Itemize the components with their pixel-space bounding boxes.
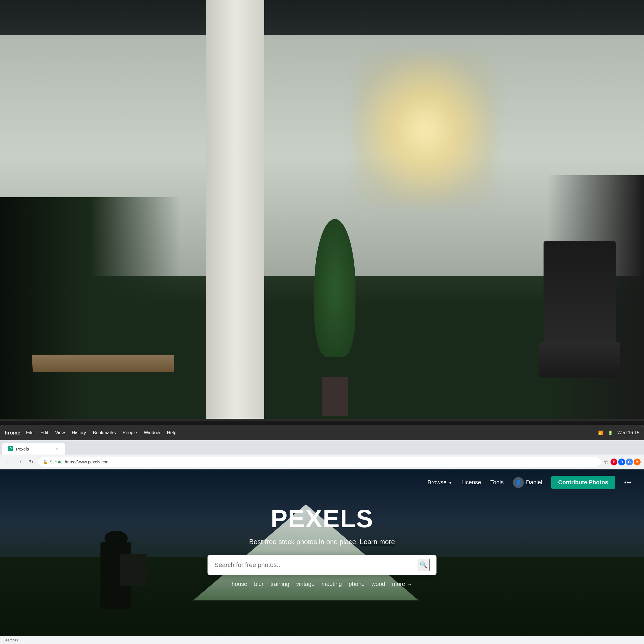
secure-label: Secure (50, 460, 62, 464)
status-bar: Searches (0, 636, 644, 644)
search-bar: 🔍 (208, 555, 436, 575)
tag-house[interactable]: house (232, 581, 247, 587)
forward-button[interactable]: → (15, 457, 24, 467)
menu-history[interactable]: History (72, 430, 86, 435)
menubar-right: 📶 🔋 Wed 16:15 (598, 430, 639, 436)
browse-chevron-icon: ▼ (448, 480, 452, 485)
tab-close-button[interactable]: × (54, 446, 60, 451)
ext-dropbox[interactable]: D (618, 459, 625, 465)
reload-button[interactable]: ↻ (26, 457, 35, 467)
ext-pinterest[interactable]: P (611, 459, 617, 465)
tab-label: Pexels (16, 447, 29, 451)
menubar-items: File Edit View History Bookmarks People … (26, 430, 176, 435)
tab-bar: P Pexels × (0, 440, 644, 455)
clock: Wed 16:15 (617, 430, 639, 435)
user-name[interactable]: Daniel (526, 479, 542, 486)
search-button[interactable]: 🔍 (417, 559, 430, 571)
bookmark-icon[interactable]: ☆ (604, 459, 609, 465)
browser-tab-pexels[interactable]: P Pexels × (2, 443, 65, 455)
url-bar[interactable]: 🔒 Secure https://www.pexels.com (38, 457, 601, 467)
license-label: License (461, 479, 481, 485)
pexels-nav: Browse ▼ License Tools 👤 Daniel (0, 469, 644, 495)
tab-favicon: P (8, 446, 13, 451)
status-text: Searches (3, 638, 18, 642)
subtitle-text: Best free stock photos in one place. (249, 538, 358, 546)
tag-phone[interactable]: phone (349, 581, 365, 587)
tag-training[interactable]: training (270, 581, 289, 587)
contribute-label: Contribute Photos (558, 479, 608, 485)
tag-blur[interactable]: blur (254, 581, 264, 587)
menu-window[interactable]: Window (144, 430, 160, 435)
browser-window: hrome File Edit View History Bookmarks P… (0, 425, 644, 644)
menu-file[interactable]: File (26, 430, 33, 435)
extension-icons: P D G M (611, 459, 641, 465)
menu-view[interactable]: View (55, 430, 65, 435)
monitor-area: hrome File Edit View History Bookmarks P… (0, 419, 644, 644)
user-area: 👤 Daniel (513, 477, 542, 488)
secure-icon: 🔒 (43, 460, 48, 464)
wifi-icon: 📶 (598, 430, 604, 436)
chair-back (544, 241, 616, 355)
tag-wood[interactable]: wood (372, 581, 385, 587)
office-environment (0, 0, 644, 438)
more-icon: ••• (624, 479, 631, 486)
contribute-photos-button[interactable]: Contribute Photos (551, 476, 615, 489)
tools-label: Tools (490, 479, 504, 485)
learn-more-link[interactable]: Learn more (360, 538, 395, 546)
pexels-title: PEXELS (270, 504, 373, 533)
os-menubar: hrome File Edit View History Bookmarks P… (0, 425, 644, 440)
pexels-subtitle: Best free stock photos in one place. Lea… (249, 538, 395, 546)
table (32, 355, 174, 372)
search-icon: 🔍 (420, 561, 427, 569)
url-text: https://www.pexels.com (65, 459, 110, 464)
chair-seat (539, 342, 620, 377)
tag-meeting[interactable]: meeting (321, 581, 342, 587)
menu-help[interactable]: Help (167, 430, 176, 435)
tag-vintage[interactable]: vintage (296, 581, 315, 587)
search-input[interactable] (214, 561, 414, 569)
user-avatar: 👤 (513, 477, 524, 488)
ext-google[interactable]: G (626, 459, 633, 465)
battery-icon: 🔋 (608, 430, 613, 436)
dark-shadow-left (0, 197, 180, 438)
menu-people[interactable]: People (123, 430, 137, 435)
browse-label: Browse (427, 479, 447, 486)
hero-content: PEXELS Best free stock photos in one pla… (0, 495, 644, 587)
window-glow (354, 53, 496, 206)
plant-leaves (314, 219, 355, 357)
back-button[interactable]: ← (3, 457, 13, 467)
app-name: hrome (5, 430, 20, 436)
chair (535, 241, 625, 416)
pillar (206, 0, 264, 438)
license-button[interactable]: License (461, 479, 481, 486)
browse-button[interactable]: Browse ▼ (427, 479, 452, 486)
plant-pot (322, 377, 348, 416)
ext-misc1[interactable]: M (634, 459, 641, 465)
search-container: 🔍 (208, 555, 436, 575)
address-bar: ← → ↻ 🔒 Secure https://www.pexels.com ☆ … (0, 455, 644, 469)
pexels-website: Browse ▼ License Tools 👤 Daniel (0, 469, 644, 644)
address-bar-actions: ☆ P D G M (604, 459, 641, 465)
menu-bookmarks[interactable]: Bookmarks (93, 430, 116, 435)
more-options-button[interactable]: ••• (624, 479, 631, 487)
tools-button[interactable]: Tools (490, 479, 504, 486)
more-tags-link[interactable]: more → (392, 581, 412, 587)
quick-tags: house blur training vintage meeting phon… (232, 581, 412, 587)
plant (309, 219, 361, 416)
menu-edit[interactable]: Edit (40, 430, 48, 435)
